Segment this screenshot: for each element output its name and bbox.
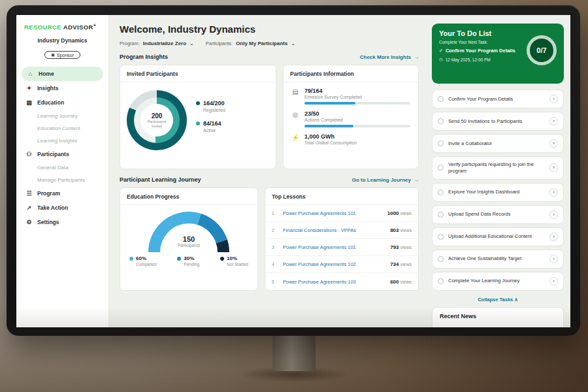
logo-text-dark: ADVISOR (63, 24, 93, 31)
sidebar-item-program[interactable]: ☰ Program (16, 186, 108, 201)
lesson-link[interactable]: Power Purchase Agreements 102 (283, 261, 385, 267)
invited-total-label: Participants Invited (144, 120, 170, 128)
task-checkbox[interactable] (438, 118, 444, 124)
recent-news-title: Recent News (440, 313, 556, 319)
task-checkbox[interactable] (438, 278, 444, 284)
task-chevron-icon[interactable]: › (549, 277, 558, 286)
resource-advisor-logo: RESOURCE ADVISOR+ (16, 23, 108, 31)
participants-filter-value: Only My Participants (236, 41, 287, 46)
task-chevron-icon[interactable]: › (549, 95, 558, 103)
task-chevron-icon[interactable]: › (549, 117, 558, 125)
task-chevron-icon[interactable]: › (549, 255, 558, 263)
check-more-insights-link[interactable]: Check More Insights → (360, 54, 419, 60)
task-checkbox[interactable] (438, 96, 444, 102)
sidebar-item-settings[interactable]: ⚙ Settings (16, 215, 108, 229)
invited-total: 200 (152, 112, 163, 120)
education-icon: ▤ (25, 99, 33, 106)
task-item-upload-spend-data[interactable]: Upload Spend Data Records › (432, 205, 564, 224)
todo-next-task: ✓ Confirm Your Program Details (439, 48, 531, 54)
sidebar-item-take-action[interactable]: ↗ Take Action (16, 201, 108, 215)
clock-icon: ◷ (439, 57, 443, 62)
monitor-frame: RESOURCE ADVISOR+ Industry Dynamics ◉ Sp… (7, 5, 580, 336)
active-dot-icon (196, 122, 200, 125)
pending-dot-icon (177, 257, 181, 261)
sidebar-item-learning-journey[interactable]: Learning Journey (16, 110, 108, 122)
sidebar-item-home[interactable]: ⌂ Home (22, 67, 103, 81)
monitor-stand-shadow (216, 363, 372, 385)
sidebar: RESOURCE ADVISOR+ Industry Dynamics ◉ Sp… (16, 15, 109, 327)
sponsor-badge[interactable]: ◉ Sponsor (44, 51, 80, 59)
todo-progress-ring: 0/7 (527, 35, 557, 65)
task-item-confirm-program[interactable]: Confirm Your Program Details › (432, 90, 564, 108)
task-item-verify-participants[interactable]: Verify participants requesting to join t… (432, 156, 564, 180)
participants-icon: ⚇ (25, 151, 33, 157)
monitor-stand (272, 333, 316, 371)
sidebar-item-education[interactable]: ▤ Education (16, 95, 108, 110)
learning-journey-title: Participant Learning Journey (120, 176, 201, 183)
nav-label: Participants (37, 151, 69, 157)
lesson-link[interactable]: Power Purchase Agreements 103 (283, 279, 385, 285)
task-chevron-icon[interactable]: › (549, 139, 558, 148)
task-checkbox[interactable] (438, 234, 444, 240)
task-item-upload-educational-content[interactable]: Upload Additional Educational Content › (432, 227, 564, 246)
todo-summary-card: Your To Do List Complete Your Next Task:… (432, 24, 564, 84)
take-action-icon: ↗ (25, 204, 33, 211)
task-checkbox[interactable] (438, 165, 444, 171)
program-filter-value: Industrialize Zero (143, 41, 186, 46)
card-title: Top Lessons (265, 188, 418, 205)
legend-pending: 30% Pending (177, 255, 199, 267)
sidebar-item-manage-participants[interactable]: Manage Participants (16, 174, 108, 186)
arrow-right-icon: → (414, 177, 419, 183)
task-item-achieve-sustainability-target[interactable]: Achieve One Sustainability Target › (432, 250, 564, 269)
insights-icon: ✦ (25, 85, 33, 91)
task-chevron-icon[interactable]: › (549, 210, 558, 219)
sidebar-item-general-data[interactable]: General Data (16, 161, 108, 174)
task-item-invite-collaborator[interactable]: Invite a Collaborator › (432, 134, 564, 153)
donut-center: 200 Participants Invited (140, 104, 173, 137)
chevron-down-icon: ⌄ (291, 41, 295, 46)
sidebar-item-learning-insights[interactable]: Learning Insights (16, 135, 108, 147)
task-chevron-icon[interactable]: › (549, 163, 558, 172)
participants-filter-dropdown[interactable]: Participants: Only My Participants ⌄ (206, 41, 295, 46)
sidebar-item-insights[interactable]: ✦ Insights (16, 81, 108, 95)
survey-icon: ▤ (291, 88, 299, 105)
settings-icon: ⚙ (25, 219, 33, 225)
program-icon: ☰ (25, 190, 33, 197)
program-filter-dropdown[interactable]: Program: Industrialize Zero ⌄ (120, 41, 194, 46)
sidebar-item-education-content[interactable]: Education Content (16, 122, 108, 135)
task-chevron-icon[interactable]: › (549, 233, 558, 241)
survey-progress-bar (304, 102, 410, 105)
task-checkbox[interactable] (438, 140, 444, 146)
lesson-link[interactable]: Power Purchase Agreements 101 (283, 210, 383, 216)
task-checkbox[interactable] (438, 212, 444, 218)
legend-registered: 164/200 Registered (196, 100, 225, 112)
actions-progress-bar (304, 125, 410, 127)
collapse-icon: ∧ (514, 297, 518, 302)
filters-bar: Program: Industrialize Zero ⌄ Participan… (120, 41, 419, 46)
lesson-row: 1 Power Purchase Agreements 101 1000 vie… (265, 205, 418, 222)
org-name: Industry Dynamics (16, 37, 108, 44)
task-checkbox[interactable] (438, 256, 444, 262)
energy-icon: ⚡ (291, 133, 299, 145)
card-title: Education Progress (120, 188, 257, 205)
task-item-complete-learning-journey[interactable]: Complete Your Learning Journey › (432, 272, 564, 291)
participants-filter-label: Participants: (206, 41, 233, 46)
task-checkbox[interactable] (438, 189, 444, 195)
task-item-send-invitations[interactable]: Send 50 Invitations to Participants › (432, 112, 564, 131)
invited-donut-chart: 200 Participants Invited (127, 90, 187, 150)
gauge-center: 150 Participants (120, 235, 257, 248)
legend-active: 84/164 Active (196, 120, 225, 133)
program-insights-title: Program Insights (120, 54, 168, 60)
lesson-link[interactable]: Financial Considerations - VPPAs (283, 227, 385, 233)
sidebar-item-participants[interactable]: ⚇ Participants (16, 147, 108, 161)
task-item-explore-insights[interactable]: Explore Your Insights Dashboard › (432, 183, 564, 202)
lesson-link[interactable]: Power Purchase Agreements 101 (283, 244, 385, 250)
logo-text-green: RESOURCE (24, 24, 61, 31)
collapse-tasks-link[interactable]: Collapse Tasks ∧ (432, 294, 564, 307)
lesson-row: 4 Power Purchase Agreements 102 734 view… (265, 256, 418, 273)
page-title: Welcome, Industry Dynamics (120, 24, 419, 35)
task-chevron-icon[interactable]: › (549, 188, 558, 197)
todo-progress-count: 0/7 (536, 46, 546, 54)
registered-dot-icon (196, 101, 200, 105)
go-to-learning-journey-link[interactable]: Go to Learning Journey → (352, 177, 419, 183)
